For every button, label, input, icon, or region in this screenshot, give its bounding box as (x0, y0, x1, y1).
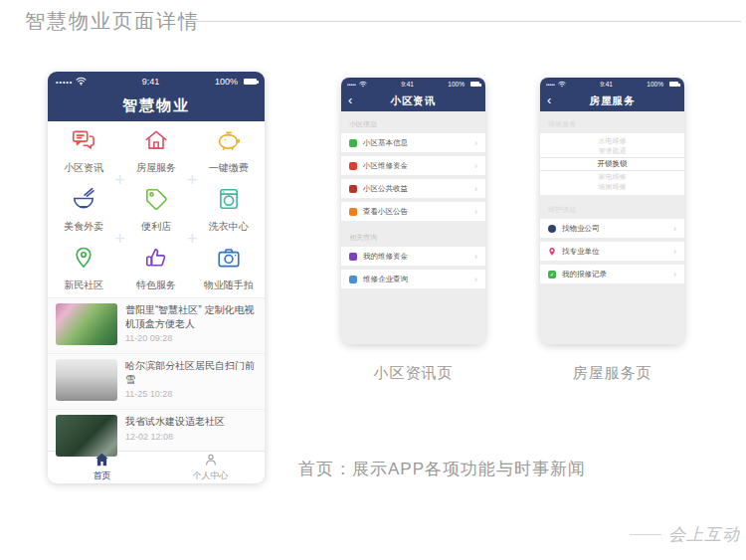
thumbs-up-icon (143, 245, 169, 275)
grid-item-xinmin-community[interactable]: 新民社区 (48, 239, 120, 297)
chevron-right-icon: › (673, 270, 676, 280)
chevron-right-icon: › (474, 138, 477, 148)
list-item-find-property-company[interactable]: 找物业公司 › (540, 219, 684, 238)
bowl-chopsticks-icon (71, 186, 96, 216)
watermark: 会上互动 (630, 523, 740, 546)
battery-icon (669, 82, 678, 87)
status-bar: ••••• 9:41 100% (48, 72, 265, 92)
nav-title: 小区资讯 (391, 94, 437, 106)
grid-item-convenience-store[interactable]: 便利店 (120, 180, 193, 239)
announcement-icon (349, 208, 357, 216)
picker-section-header: 维修服务 (540, 111, 684, 133)
chevron-right-icon: › (474, 184, 477, 194)
nav-bar: ‹ 小区资讯 (341, 91, 485, 111)
section-header: 维护信息 (540, 197, 684, 219)
piggy-bank-icon (216, 127, 242, 157)
tab-profile[interactable]: 个人中心 (156, 452, 265, 483)
signal-dots: ••••• (347, 82, 356, 88)
home-page-description: 首页：展示APP各项功能与时事新闻 (298, 458, 586, 480)
grid-cross-mark: + (114, 228, 125, 249)
news-item-settop-box[interactable]: 普阳里“智慧社区” 定制化电视机顶盒方便老人 11-20 09:28 (48, 298, 265, 354)
nav-title: 智慧物业 (122, 96, 190, 113)
nav-bar: 智慧物业 (48, 92, 265, 121)
picker-option: 墙面维修 (540, 182, 684, 192)
grid-item-community-info[interactable]: 小区资讯 (48, 121, 120, 180)
repair-company-icon (349, 276, 357, 283)
grid-item-one-key-payment[interactable]: 一键缴费 (192, 121, 265, 180)
chat-bubbles-icon (71, 127, 96, 157)
tab-home[interactable]: 首页 (48, 452, 156, 483)
list-item-find-professional-unit[interactable]: 找专业单位 › (540, 242, 684, 261)
battery-percent: 100% (647, 81, 663, 88)
washing-machine-icon (216, 186, 242, 216)
chevron-right-icon: › (673, 224, 676, 234)
screen-body: 小区信息 小区基本信息 › 小区维修资金 › 小区公共收益 › 查看小区公告 › (341, 111, 485, 344)
section-header: 小区信息 (341, 111, 485, 133)
community-info-screen-mockup: ••••• 9:41 100% ‹ 小区资讯 小区信息 小区基本信息 › (341, 78, 485, 344)
news-item-snow-sweeping[interactable]: 哈尔滨部分社区居民自扫门前雪 11-25 10:28 (48, 354, 265, 410)
list-item-public-income[interactable]: 小区公共收益 › (341, 179, 485, 198)
status-time: 9:41 (142, 77, 160, 87)
camera-icon (216, 245, 242, 275)
wifi-icon (359, 81, 367, 89)
list-item-my-repair-records[interactable]: ✓ 我的报修记录 › (540, 265, 684, 283)
grid-cross-mark: + (114, 169, 125, 190)
grid-cross-mark: + (187, 169, 198, 190)
watermark-line (630, 534, 661, 535)
housing-service-screen-mockup: ••••• 9:41 100% ‹ 房屋服务 维修服务 水电维修 管道疏通 开锁… (540, 78, 684, 344)
news-datetime: 11-25 10:28 (125, 389, 257, 399)
professional-unit-pin-icon (548, 247, 556, 257)
status-time: 9:41 (401, 81, 414, 88)
list-item-repair-fund[interactable]: 小区维修资金 › (341, 156, 485, 175)
chevron-right-icon: › (474, 275, 477, 284)
repair-records-check-icon: ✓ (548, 271, 556, 279)
grid-item-property-snapshot[interactable]: 物业随手拍 (192, 239, 265, 297)
back-icon[interactable]: ‹ (547, 91, 552, 109)
caption-housing-service-page: 房屋服务页 (540, 364, 684, 383)
chevron-right-icon: › (474, 252, 477, 262)
news-list: 普阳里“智慧社区” 定制化电视机顶盒方便老人 11-20 09:28 哈尔滨部分… (48, 297, 265, 451)
status-bar: ••••• 9:41 100% (540, 78, 684, 91)
section-header: 相关查询 (341, 225, 485, 247)
design-sheet: 智慧物业页面详情 ••••• 9:41 100% 智慧物业 + + + + (0, 0, 746, 560)
property-company-icon (548, 225, 556, 233)
chevron-right-icon: › (474, 161, 477, 171)
service-type-picker[interactable]: 水电维修 管道疏通 开锁换锁 家电维修 墙面维修 (540, 133, 684, 195)
battery-icon (470, 82, 479, 87)
list-item-repair-company-query[interactable]: 维修企业查询 › (341, 270, 485, 288)
chevron-right-icon: › (673, 247, 676, 257)
home-screen-mockup: ••••• 9:41 100% 智慧物业 + + + + 小区 (48, 72, 265, 482)
my-repair-fund-icon (349, 253, 357, 261)
wifi-icon (76, 77, 87, 88)
battery-percent: 100% (215, 77, 238, 87)
screen-body: 维修服务 水电维修 管道疏通 开锁换锁 家电维修 墙面维修 维护信息 找物业公司… (540, 111, 684, 344)
page-title: 智慧物业页面详情 (25, 8, 200, 35)
news-title: 我省试水建设适老社区 (125, 415, 225, 429)
wifi-icon (558, 81, 566, 89)
location-pin-icon (71, 245, 96, 275)
grid-item-housing-service[interactable]: 房屋服务 (120, 121, 193, 180)
grid-item-special-service[interactable]: 特色服务 (120, 239, 193, 297)
news-thumbnail-park (56, 303, 117, 345)
person-icon (204, 453, 218, 468)
grid-item-laundry-center[interactable]: 洗衣中心 (192, 180, 265, 239)
news-thumbnail-snow (56, 359, 117, 401)
nav-bar: ‹ 房屋服务 (540, 91, 684, 111)
grid-item-food-delivery[interactable]: 美食外卖 (48, 180, 120, 239)
back-icon[interactable]: ‹ (348, 91, 353, 109)
list-item-my-repair-fund[interactable]: 我的维修资金 › (341, 247, 485, 266)
feature-grid: + + + + 小区资讯 房屋服务 一键缴费 (48, 121, 265, 297)
status-time: 9:41 (600, 81, 613, 88)
picker-option: 水电维修 (540, 136, 684, 146)
list-item-announcements[interactable]: 查看小区公告 › (341, 202, 485, 221)
picker-option-selected: 开锁换锁 (540, 157, 684, 171)
tab-bar: 首页 个人中心 (48, 451, 265, 483)
home-icon (94, 453, 109, 468)
studio-logo: 会上互动 (668, 523, 740, 546)
header-divider (194, 21, 741, 22)
basic-info-icon (349, 139, 357, 147)
nav-title: 房屋服务 (590, 94, 636, 106)
list-item-basic-info[interactable]: 小区基本信息 › (341, 133, 485, 152)
signal-dots: ••••• (56, 79, 73, 86)
battery-icon (244, 79, 257, 85)
